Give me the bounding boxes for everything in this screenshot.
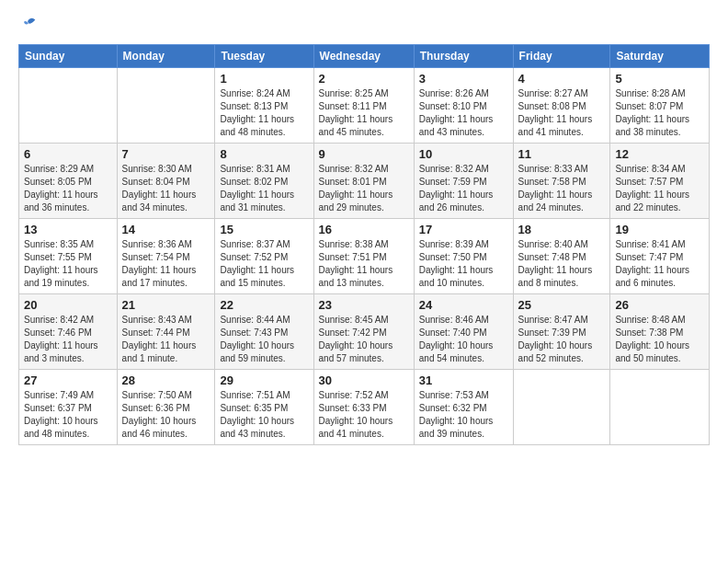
day-number: 19 (615, 223, 704, 236)
day-number: 3 (419, 72, 508, 86)
calendar-cell: 13Sunrise: 8:35 AM Sunset: 7:55 PM Dayli… (19, 219, 118, 294)
calendar-cell: 10Sunrise: 8:32 AM Sunset: 7:59 PM Dayli… (414, 144, 513, 219)
day-number: 23 (319, 298, 409, 312)
day-number: 4 (518, 72, 606, 86)
calendar-cell: 26Sunrise: 8:48 AM Sunset: 7:38 PM Dayli… (610, 294, 710, 370)
day-info: Sunrise: 8:41 AM Sunset: 7:47 PM Dayligh… (615, 238, 704, 290)
calendar-cell: 8Sunrise: 8:31 AM Sunset: 8:02 PM Daylig… (215, 144, 313, 219)
day-info: Sunrise: 8:45 AM Sunset: 7:42 PM Dayligh… (319, 314, 409, 365)
column-header-saturday: Saturday (610, 45, 710, 68)
day-number: 29 (220, 373, 308, 387)
calendar-cell: 15Sunrise: 8:37 AM Sunset: 7:52 PM Dayli… (215, 219, 313, 294)
calendar-cell: 7Sunrise: 8:30 AM Sunset: 8:04 PM Daylig… (117, 144, 215, 219)
day-number: 9 (319, 147, 409, 161)
calendar-cell: 4Sunrise: 8:27 AM Sunset: 8:08 PM Daylig… (513, 68, 610, 144)
day-info: Sunrise: 8:27 AM Sunset: 8:08 PM Dayligh… (518, 87, 606, 139)
day-info: Sunrise: 8:37 AM Sunset: 7:52 PM Dayligh… (220, 238, 308, 290)
column-header-tuesday: Tuesday (215, 45, 313, 68)
day-info: Sunrise: 8:46 AM Sunset: 7:40 PM Dayligh… (419, 314, 508, 365)
day-number: 14 (122, 223, 210, 236)
calendar-week-row: 1Sunrise: 8:24 AM Sunset: 8:13 PM Daylig… (19, 68, 710, 144)
calendar-cell: 3Sunrise: 8:26 AM Sunset: 8:10 PM Daylig… (414, 68, 513, 144)
day-number: 30 (319, 373, 409, 387)
calendar-cell: 16Sunrise: 8:38 AM Sunset: 7:51 PM Dayli… (313, 219, 414, 294)
column-header-friday: Friday (513, 45, 610, 68)
calendar-cell: 6Sunrise: 8:29 AM Sunset: 8:05 PM Daylig… (19, 144, 118, 219)
calendar-cell: 30Sunrise: 7:52 AM Sunset: 6:33 PM Dayli… (313, 370, 414, 445)
calendar-cell (610, 370, 710, 445)
calendar-cell: 20Sunrise: 8:42 AM Sunset: 7:46 PM Dayli… (19, 294, 118, 370)
day-info: Sunrise: 8:43 AM Sunset: 7:44 PM Dayligh… (122, 314, 210, 365)
calendar-cell: 24Sunrise: 8:46 AM Sunset: 7:40 PM Dayli… (414, 294, 513, 370)
day-number: 20 (24, 298, 112, 312)
calendar-header-row: SundayMondayTuesdayWednesdayThursdayFrid… (19, 45, 710, 68)
calendar-cell: 14Sunrise: 8:36 AM Sunset: 7:54 PM Dayli… (117, 219, 215, 294)
day-info: Sunrise: 8:32 AM Sunset: 7:59 PM Dayligh… (419, 163, 508, 214)
calendar-cell: 18Sunrise: 8:40 AM Sunset: 7:48 PM Dayli… (513, 219, 610, 294)
day-info: Sunrise: 8:48 AM Sunset: 7:38 PM Dayligh… (615, 314, 704, 365)
calendar-cell: 19Sunrise: 8:41 AM Sunset: 7:47 PM Dayli… (610, 219, 710, 294)
day-info: Sunrise: 7:49 AM Sunset: 6:37 PM Dayligh… (24, 389, 112, 441)
day-info: Sunrise: 8:31 AM Sunset: 8:02 PM Dayligh… (220, 163, 308, 214)
calendar-cell: 11Sunrise: 8:33 AM Sunset: 7:58 PM Dayli… (513, 144, 610, 219)
calendar-cell: 28Sunrise: 7:50 AM Sunset: 6:36 PM Dayli… (117, 370, 215, 445)
day-info: Sunrise: 8:38 AM Sunset: 7:51 PM Dayligh… (319, 238, 409, 290)
day-number: 18 (518, 223, 606, 236)
calendar-cell: 12Sunrise: 8:34 AM Sunset: 7:57 PM Dayli… (610, 144, 710, 219)
calendar-cell: 27Sunrise: 7:49 AM Sunset: 6:37 PM Dayli… (19, 370, 118, 445)
day-info: Sunrise: 8:47 AM Sunset: 7:39 PM Dayligh… (518, 314, 606, 365)
day-number: 12 (615, 147, 704, 161)
day-info: Sunrise: 8:24 AM Sunset: 8:13 PM Dayligh… (220, 87, 308, 139)
day-number: 11 (518, 147, 606, 161)
calendar-cell: 21Sunrise: 8:43 AM Sunset: 7:44 PM Dayli… (117, 294, 215, 370)
calendar-cell: 5Sunrise: 8:28 AM Sunset: 8:07 PM Daylig… (610, 68, 710, 144)
day-number: 27 (24, 373, 112, 387)
day-info: Sunrise: 8:32 AM Sunset: 8:01 PM Dayligh… (319, 163, 409, 214)
day-number: 15 (220, 223, 308, 236)
day-info: Sunrise: 8:26 AM Sunset: 8:10 PM Dayligh… (419, 87, 508, 139)
day-number: 5 (615, 72, 704, 86)
calendar-cell: 9Sunrise: 8:32 AM Sunset: 8:01 PM Daylig… (313, 144, 414, 219)
day-number: 7 (122, 147, 210, 161)
calendar-week-row: 13Sunrise: 8:35 AM Sunset: 7:55 PM Dayli… (19, 219, 710, 294)
day-info: Sunrise: 7:51 AM Sunset: 6:35 PM Dayligh… (220, 389, 308, 441)
calendar-cell: 17Sunrise: 8:39 AM Sunset: 7:50 PM Dayli… (414, 219, 513, 294)
calendar-week-row: 6Sunrise: 8:29 AM Sunset: 8:05 PM Daylig… (19, 144, 710, 219)
day-info: Sunrise: 8:42 AM Sunset: 7:46 PM Dayligh… (24, 314, 112, 365)
column-header-monday: Monday (117, 45, 215, 68)
day-number: 8 (220, 147, 308, 161)
day-number: 24 (419, 298, 508, 312)
day-info: Sunrise: 8:35 AM Sunset: 7:55 PM Dayligh… (24, 238, 112, 290)
day-info: Sunrise: 7:52 AM Sunset: 6:33 PM Dayligh… (319, 389, 409, 441)
day-info: Sunrise: 7:53 AM Sunset: 6:32 PM Dayligh… (419, 389, 508, 441)
day-info: Sunrise: 8:25 AM Sunset: 8:11 PM Dayligh… (319, 87, 409, 139)
calendar-week-row: 27Sunrise: 7:49 AM Sunset: 6:37 PM Dayli… (19, 370, 710, 445)
day-info: Sunrise: 8:39 AM Sunset: 7:50 PM Dayligh… (419, 238, 508, 290)
logo-bird-icon (18, 15, 39, 35)
day-number: 26 (615, 298, 704, 312)
day-number: 10 (419, 147, 508, 161)
calendar-cell: 1Sunrise: 8:24 AM Sunset: 8:13 PM Daylig… (215, 68, 313, 144)
day-number: 13 (24, 223, 112, 236)
day-info: Sunrise: 8:40 AM Sunset: 7:48 PM Dayligh… (518, 238, 606, 290)
column-header-thursday: Thursday (414, 45, 513, 68)
day-info: Sunrise: 8:30 AM Sunset: 8:04 PM Dayligh… (122, 163, 210, 214)
day-info: Sunrise: 8:33 AM Sunset: 7:58 PM Dayligh… (518, 163, 606, 214)
calendar-cell (513, 370, 610, 445)
calendar-cell: 23Sunrise: 8:45 AM Sunset: 7:42 PM Dayli… (313, 294, 414, 370)
day-number: 22 (220, 298, 308, 312)
calendar-week-row: 20Sunrise: 8:42 AM Sunset: 7:46 PM Dayli… (19, 294, 710, 370)
day-info: Sunrise: 7:50 AM Sunset: 6:36 PM Dayligh… (122, 389, 210, 441)
calendar-cell (19, 68, 118, 144)
calendar-cell (117, 68, 215, 144)
day-number: 1 (220, 72, 308, 86)
calendar-cell: 29Sunrise: 7:51 AM Sunset: 6:35 PM Dayli… (215, 370, 313, 445)
calendar-cell: 25Sunrise: 8:47 AM Sunset: 7:39 PM Dayli… (513, 294, 610, 370)
day-info: Sunrise: 8:36 AM Sunset: 7:54 PM Dayligh… (122, 238, 210, 290)
day-info: Sunrise: 8:28 AM Sunset: 8:07 PM Dayligh… (615, 87, 704, 139)
day-info: Sunrise: 8:29 AM Sunset: 8:05 PM Dayligh… (24, 163, 112, 214)
day-number: 21 (122, 298, 210, 312)
day-number: 17 (419, 223, 508, 236)
day-number: 28 (122, 373, 210, 387)
calendar-cell: 31Sunrise: 7:53 AM Sunset: 6:32 PM Dayli… (414, 370, 513, 445)
